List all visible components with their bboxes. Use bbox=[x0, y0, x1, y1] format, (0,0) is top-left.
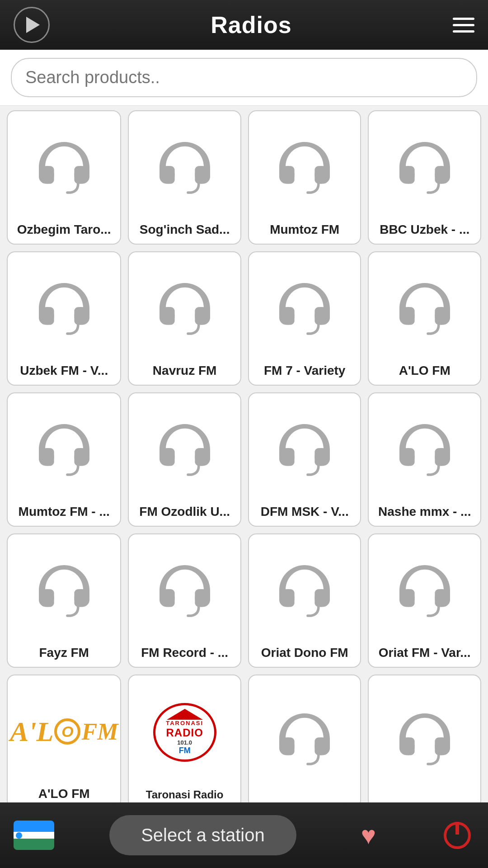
favorite-button[interactable]: ♥ bbox=[352, 818, 385, 852]
svg-point-19 bbox=[195, 448, 207, 466]
radio-label: A'LO FM bbox=[10, 787, 118, 801]
menu-button[interactable] bbox=[453, 18, 474, 33]
radio-card-5[interactable]: Uzbek FM - V... bbox=[7, 251, 121, 386]
radio-label: FM Record - ... bbox=[131, 646, 238, 660]
radio-logo-taronasi: TARONASI RADIO 101.0 FM bbox=[131, 680, 238, 785]
svg-point-16 bbox=[41, 448, 54, 466]
svg-marker-32 bbox=[167, 709, 203, 720]
svg-point-23 bbox=[435, 448, 447, 466]
radio-label: Oriat FM - Var... bbox=[371, 646, 478, 660]
radio-card-7[interactable]: FM 7 - Variety bbox=[248, 251, 361, 386]
bottom-bar: Select a station ♥ bbox=[0, 802, 488, 868]
svg-point-21 bbox=[315, 448, 328, 466]
radio-icon bbox=[10, 398, 118, 501]
radio-label: Fayz FM bbox=[10, 646, 118, 660]
svg-point-0 bbox=[41, 166, 54, 184]
radio-card-8[interactable]: A'LO FM bbox=[368, 251, 481, 386]
power-button[interactable] bbox=[441, 818, 474, 852]
heart-icon: ♥ bbox=[361, 821, 376, 850]
power-icon bbox=[444, 822, 471, 849]
page-title: Radios bbox=[211, 11, 291, 38]
radio-card-1[interactable]: Ozbegim Taro... bbox=[7, 110, 121, 245]
radio-icon bbox=[131, 398, 238, 501]
radio-card-10[interactable]: FM Ozodlik U... bbox=[128, 392, 241, 527]
svg-point-29 bbox=[315, 589, 328, 607]
select-station-button[interactable]: Select a station bbox=[109, 815, 296, 855]
svg-point-3 bbox=[195, 166, 207, 184]
radio-label: Navruz FM bbox=[131, 363, 238, 378]
radio-card-15[interactable]: Oriat Dono FM bbox=[248, 533, 361, 668]
app-header: Radios bbox=[0, 0, 488, 50]
svg-point-35 bbox=[402, 737, 414, 755]
svg-point-20 bbox=[282, 448, 295, 466]
play-button[interactable] bbox=[14, 7, 50, 43]
svg-point-30 bbox=[402, 589, 414, 607]
svg-point-27 bbox=[195, 589, 207, 607]
radio-card-4[interactable]: BBC Uzbek - ... bbox=[368, 110, 481, 245]
radio-card-2[interactable]: Sog'inch Sad... bbox=[128, 110, 241, 245]
svg-point-24 bbox=[41, 589, 54, 607]
menu-line bbox=[453, 18, 474, 20]
radio-card-16[interactable]: Oriat FM - Var... bbox=[368, 533, 481, 668]
radio-card-3[interactable]: Mumtoz FM bbox=[248, 110, 361, 245]
svg-point-9 bbox=[74, 307, 87, 325]
svg-point-12 bbox=[282, 307, 295, 325]
radio-icon bbox=[10, 116, 118, 219]
radio-card-13[interactable]: Fayz FM bbox=[7, 533, 121, 668]
radio-icon bbox=[371, 539, 478, 642]
radio-card-20[interactable] bbox=[368, 675, 481, 809]
radio-icon bbox=[251, 398, 358, 501]
radio-icon bbox=[251, 539, 358, 642]
radio-card-18[interactable]: TARONASI RADIO 101.0 FM Taronasi Radio bbox=[128, 675, 241, 809]
radio-icon bbox=[251, 116, 358, 219]
radio-label: Ozbegim Taro... bbox=[10, 222, 118, 237]
svg-point-8 bbox=[41, 307, 54, 325]
search-input[interactable] bbox=[11, 58, 477, 97]
radio-card-14[interactable]: FM Record - ... bbox=[128, 533, 241, 668]
radio-label: Sog'inch Sad... bbox=[131, 222, 238, 237]
radio-label: DFM MSK - V... bbox=[251, 505, 358, 519]
svg-point-10 bbox=[162, 307, 174, 325]
svg-point-17 bbox=[74, 448, 87, 466]
radio-label: FM 7 - Variety bbox=[251, 363, 358, 378]
radio-card-19[interactable] bbox=[248, 675, 361, 809]
country-flag[interactable] bbox=[14, 821, 54, 850]
svg-point-28 bbox=[282, 589, 295, 607]
radio-card-17[interactable]: A'L O FM A'LO FM bbox=[7, 675, 121, 809]
radio-label: Mumtoz FM - ... bbox=[10, 505, 118, 519]
svg-point-31 bbox=[435, 589, 447, 607]
radio-card-11[interactable]: DFM MSK - V... bbox=[248, 392, 361, 527]
svg-point-2 bbox=[162, 166, 174, 184]
radio-label: Mumtoz FM bbox=[251, 222, 358, 237]
radio-label: A'LO FM bbox=[371, 363, 478, 378]
svg-point-7 bbox=[435, 166, 447, 184]
radio-card-9[interactable]: Mumtoz FM - ... bbox=[7, 392, 121, 527]
svg-point-15 bbox=[435, 307, 447, 325]
svg-point-18 bbox=[162, 448, 174, 466]
search-bar bbox=[0, 50, 488, 106]
svg-point-13 bbox=[315, 307, 328, 325]
menu-line bbox=[453, 24, 474, 26]
radio-icon bbox=[251, 680, 358, 797]
menu-line bbox=[453, 30, 474, 33]
svg-point-22 bbox=[402, 448, 414, 466]
radio-label: Oriat Dono FM bbox=[251, 646, 358, 660]
flag-green-stripe bbox=[14, 839, 54, 850]
radio-icon bbox=[131, 116, 238, 219]
radio-label: FM Ozodlik U... bbox=[131, 505, 238, 519]
radio-card-6[interactable]: Navruz FM bbox=[128, 251, 241, 386]
svg-point-11 bbox=[195, 307, 207, 325]
radio-label: Taronasi Radio bbox=[131, 788, 238, 801]
radio-icon bbox=[251, 257, 358, 360]
svg-point-34 bbox=[315, 737, 328, 755]
radio-icon bbox=[371, 680, 478, 797]
radio-icon bbox=[10, 257, 118, 360]
radio-label: Uzbek FM - V... bbox=[10, 363, 118, 378]
flag-white-stripe bbox=[14, 832, 54, 839]
svg-point-4 bbox=[282, 166, 295, 184]
svg-point-33 bbox=[282, 737, 295, 755]
svg-point-1 bbox=[74, 166, 87, 184]
radio-icon bbox=[131, 257, 238, 360]
svg-point-6 bbox=[402, 166, 414, 184]
radio-card-12[interactable]: Nashe mmx - ... bbox=[368, 392, 481, 527]
